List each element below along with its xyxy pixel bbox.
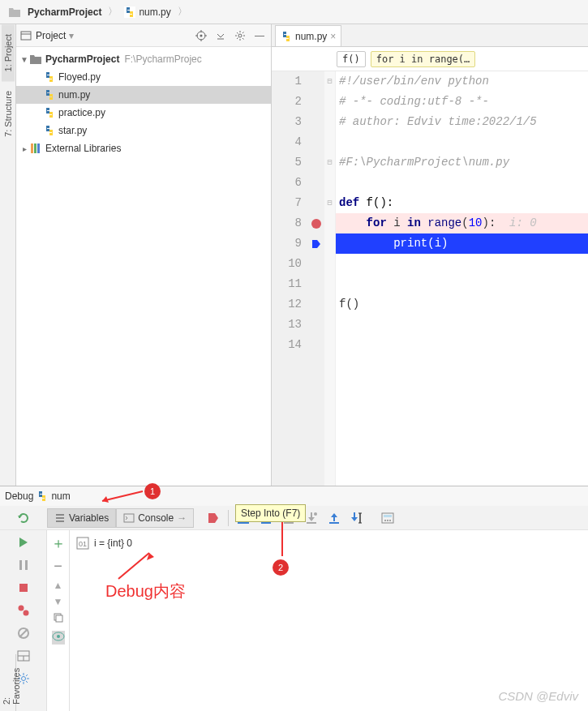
tooltip-step-into: Step Into (F7) bbox=[235, 504, 306, 522]
svg-line-55 bbox=[118, 553, 149, 579]
resume-button[interactable] bbox=[15, 533, 32, 551]
debug-title: Debug bbox=[5, 490, 33, 502]
locate-icon[interactable] bbox=[193, 28, 209, 44]
line-numbers: 1234567891011121314 bbox=[272, 71, 308, 486]
python-file-icon bbox=[281, 31, 292, 42]
breadcrumb-file[interactable]: num.py bbox=[121, 5, 174, 19]
debug-config-name[interactable]: num bbox=[51, 490, 70, 502]
breadcrumb-project[interactable]: PycharmProject bbox=[5, 5, 105, 19]
annotation-label: Debug内容 bbox=[105, 580, 186, 602]
variables-icon bbox=[54, 512, 66, 524]
execution-point-icon bbox=[311, 238, 322, 250]
crumb-loop[interactable]: for i in range(… bbox=[371, 51, 476, 67]
svg-rect-1 bbox=[21, 32, 31, 40]
chevron-right-icon: 〉 bbox=[178, 5, 187, 19]
svg-rect-38 bbox=[19, 560, 22, 570]
svg-point-52 bbox=[57, 635, 60, 638]
code-body[interactable]: #!/user/bin/env python # -*- coding:utf-… bbox=[336, 71, 588, 486]
pause-button[interactable] bbox=[15, 556, 32, 574]
python-file-icon bbox=[44, 107, 55, 118]
svg-point-37 bbox=[389, 520, 391, 521]
fold-bar[interactable]: ⊟⊟⊟ bbox=[324, 71, 336, 486]
svg-rect-11 bbox=[31, 143, 33, 153]
tab-structure[interactable]: 7: Structure bbox=[2, 81, 15, 147]
down-button[interactable]: ▼ bbox=[54, 596, 63, 607]
tab-favorites-container: 2: Favorites bbox=[0, 654, 16, 711]
add-watch-button[interactable]: ＋ bbox=[51, 533, 66, 553]
variables-pane[interactable]: 01 i = {int} 0 2 Debug内容 bbox=[70, 530, 588, 711]
svg-point-4 bbox=[200, 34, 203, 36]
svg-point-10 bbox=[238, 34, 242, 37]
project-tree[interactable]: ▼ PycharmProject F:\PycharmProjec Floyed… bbox=[16, 47, 271, 486]
tab-project[interactable]: 1: Project bbox=[2, 24, 15, 81]
stop-button[interactable] bbox=[15, 579, 32, 597]
debug-header: Debug num 1 bbox=[0, 486, 588, 506]
editor-tabs: num.py × bbox=[272, 24, 588, 47]
step-out-button[interactable] bbox=[324, 508, 345, 529]
tree-file-selected[interactable]: num.py bbox=[16, 86, 271, 104]
svg-rect-33 bbox=[382, 513, 393, 523]
run-to-cursor-button[interactable] bbox=[346, 508, 367, 529]
up-button[interactable]: ▲ bbox=[54, 580, 63, 591]
view-breakpoints-button[interactable] bbox=[15, 602, 32, 619]
show-watches-button[interactable] bbox=[52, 631, 65, 645]
project-panel: Project ▾ — ▼ PycharmProject F:\PycharmP… bbox=[16, 24, 272, 486]
mute-breakpoints-button[interactable] bbox=[15, 624, 32, 642]
tab-variables[interactable]: Variables bbox=[47, 508, 116, 528]
svg-rect-12 bbox=[34, 143, 36, 153]
tree-file[interactable]: star.py bbox=[16, 122, 271, 139]
folder-icon bbox=[8, 6, 21, 18]
python-file-icon bbox=[44, 125, 55, 136]
debug-toolbar: Variables Console → Step Into (F7) bbox=[0, 506, 588, 530]
tree-external-libs[interactable]: ▸ External Libraries bbox=[16, 139, 271, 157]
tree-file[interactable]: Floyed.py bbox=[16, 68, 271, 86]
tab-favorites[interactable]: 2: Favorites bbox=[0, 654, 23, 711]
editor-tab[interactable]: num.py × bbox=[275, 25, 341, 46]
editor-breadcrumb: f() for i in range(… bbox=[272, 47, 588, 71]
console-icon bbox=[123, 512, 135, 524]
libraries-icon bbox=[29, 142, 42, 155]
svg-rect-50 bbox=[56, 615, 62, 622]
svg-point-42 bbox=[23, 610, 28, 616]
crumb-function[interactable]: f() bbox=[337, 51, 366, 67]
chevron-right-icon: 〉 bbox=[108, 5, 118, 19]
python-file-icon bbox=[44, 71, 55, 83]
svg-line-14 bbox=[102, 491, 143, 501]
project-icon bbox=[19, 29, 32, 42]
svg-line-44 bbox=[19, 629, 28, 637]
gutter-markers[interactable] bbox=[308, 71, 324, 486]
variable-text: i = {int} 0 bbox=[94, 538, 132, 549]
gear-icon[interactable] bbox=[232, 28, 248, 44]
annotation-arrow-icon bbox=[110, 548, 159, 580]
tool-window-tabs-left: 1: Project 7: Structure bbox=[0, 24, 16, 486]
svg-point-26 bbox=[314, 512, 317, 516]
python-file-icon bbox=[36, 490, 48, 502]
project-panel-header: Project ▾ — bbox=[16, 24, 271, 47]
project-panel-title: Project bbox=[36, 30, 66, 41]
annotation-badge-1: 1 bbox=[144, 483, 161, 499]
svg-point-35 bbox=[384, 520, 386, 521]
svg-text:01: 01 bbox=[79, 540, 87, 548]
editor-area: num.py × f() for i in range(… 1234567891… bbox=[272, 24, 588, 486]
rerun-icon[interactable] bbox=[16, 511, 31, 525]
hide-icon[interactable]: — bbox=[251, 28, 268, 44]
folder-icon bbox=[29, 54, 42, 65]
debug-panel: Debug num 1 Variables Console → Step Int… bbox=[0, 486, 588, 711]
svg-rect-39 bbox=[25, 560, 28, 570]
annotation-badge-2: 2 bbox=[273, 559, 289, 576]
close-tab-icon[interactable]: × bbox=[330, 31, 336, 42]
duplicate-watch-button[interactable] bbox=[53, 612, 64, 626]
svg-rect-40 bbox=[19, 584, 28, 592]
tree-file[interactable]: practice.py bbox=[16, 104, 271, 122]
breakpoint-icon[interactable] bbox=[311, 219, 321, 229]
evaluate-expression-button[interactable] bbox=[377, 508, 398, 529]
tree-root[interactable]: ▼ PycharmProject F:\PycharmProjec bbox=[16, 50, 271, 68]
collapse-icon[interactable] bbox=[212, 28, 229, 44]
tab-console[interactable]: Console → bbox=[116, 508, 194, 528]
python-file-icon bbox=[124, 6, 135, 18]
code-editor[interactable]: 1234567891011121314 ⊟⊟⊟ #!/user/bin/env … bbox=[272, 71, 588, 486]
svg-rect-13 bbox=[37, 143, 40, 153]
show-execution-point-button[interactable] bbox=[203, 508, 224, 529]
remove-watch-button[interactable]: − bbox=[54, 558, 62, 575]
int-value-icon: 01 bbox=[76, 537, 89, 550]
